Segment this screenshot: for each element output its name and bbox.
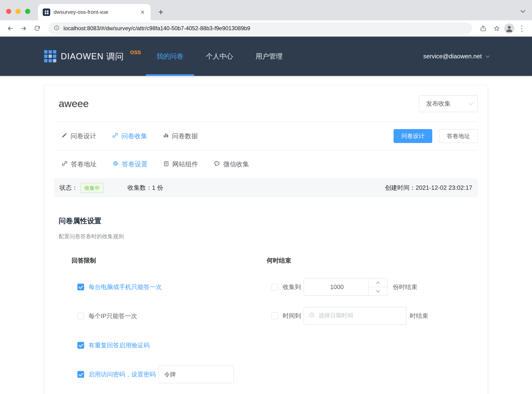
- header-nav-user-management[interactable]: 用户管理: [244, 36, 294, 76]
- publish-collect-label: 发布收集: [426, 99, 451, 108]
- stepper-up-button[interactable]: [369, 279, 387, 287]
- end-rules-column: 何时结束 收集到 份时结束: [267, 256, 488, 383]
- checkbox[interactable]: [77, 342, 84, 348]
- browser-menu-icon[interactable]: ⋮: [516, 22, 528, 34]
- checkbox[interactable]: [77, 284, 84, 290]
- link-icon: [61, 160, 68, 168]
- checkbox[interactable]: [77, 371, 84, 378]
- answer-url-button[interactable]: 答卷地址: [439, 129, 478, 143]
- password-input[interactable]: [158, 366, 234, 383]
- header-nav-personal-center[interactable]: 个人中心: [195, 36, 244, 76]
- datetime-picker[interactable]: [304, 307, 406, 324]
- chevron-down-icon: [486, 54, 489, 58]
- created-time: 创建时间：2021-12-02 23:02:17: [385, 184, 472, 192]
- option-captcha-on-repeat: 有重复回答启用验证码: [72, 338, 267, 352]
- survey-status-bar: 状态： 收集中 收集数：1 份 创建时间：2021-12-02 23:02:17: [54, 178, 478, 197]
- number-stepper: [368, 279, 387, 296]
- tab-site-widget[interactable]: 网站组件: [163, 160, 198, 169]
- address-bar[interactable]: localhost:8083/#/dw/survey/c/attr/c98fa1…: [48, 22, 472, 34]
- settings-subheading: 配置问卷答卷时的收集规则: [59, 233, 487, 240]
- secondary-tab-row: 答卷地址 答卷设置 网站组件: [44, 150, 487, 178]
- back-button[interactable]: [4, 22, 16, 34]
- collect-count-value: 1 份: [152, 184, 163, 191]
- brand-name: DIAOWEN 调问: [61, 51, 124, 62]
- option-one-answer-per-device: 每台电脑或手机只能答一次: [72, 280, 267, 294]
- option-label[interactable]: 每台电脑或手机只能答一次: [89, 283, 162, 291]
- browser-toolbar: localhost:8083/#/dw/survey/c/attr/c98fa1…: [0, 20, 532, 36]
- datetime-input[interactable]: [318, 312, 401, 320]
- share-icon[interactable]: [477, 22, 489, 34]
- count-number-input: [304, 278, 388, 296]
- zoom-window-button[interactable]: [25, 9, 30, 14]
- count-value-input[interactable]: [304, 283, 370, 291]
- reload-button[interactable]: [31, 22, 43, 34]
- window-controls: [6, 9, 30, 14]
- end-rule-suffix: 份时结束: [393, 283, 417, 291]
- browser-profile-avatar[interactable]: [504, 23, 514, 33]
- tab-answer-settings[interactable]: 答卷设置: [112, 160, 148, 169]
- browser-tab-strip: dwsurvey-oss-front-vue × +: [0, 0, 532, 20]
- clipboard-icon: [163, 161, 169, 168]
- tab-label: 答卷设置: [122, 160, 148, 169]
- collect-count: 收集数：1 份: [128, 184, 163, 192]
- tab-label: 问卷设计: [71, 132, 96, 140]
- end-rule-by-count: 收集到 份时结束: [267, 278, 488, 296]
- forward-button[interactable]: [18, 22, 30, 34]
- tab-close-icon[interactable]: ×: [139, 8, 146, 16]
- pencil-icon: [61, 132, 68, 140]
- tab-survey-design[interactable]: 问卷设计: [61, 132, 96, 140]
- minimize-window-button[interactable]: [16, 9, 21, 14]
- site-info-icon[interactable]: [54, 25, 60, 32]
- checkbox[interactable]: [271, 284, 278, 290]
- app-logo: DIAOWEN 调问 OSS: [44, 36, 141, 76]
- header-nav: 我的问卷 个人中心 用户管理: [145, 36, 294, 76]
- url-text: localhost:8083/#/dw/survey/c/attr/c98fa1…: [63, 25, 250, 31]
- survey-card: aweee 发布收集 问卷设计 问卷收集: [44, 85, 488, 394]
- survey-title: aweee: [59, 98, 89, 109]
- clock-icon: [309, 312, 315, 320]
- tab-label: 问卷收集: [122, 132, 147, 140]
- bar-chart-icon: [163, 132, 169, 140]
- survey-title-row: aweee 发布收集: [44, 85, 487, 122]
- stepper-down-button[interactable]: [369, 287, 387, 296]
- tab-answer-url[interactable]: 答卷地址: [61, 160, 97, 169]
- checkbox[interactable]: [271, 312, 278, 319]
- tab-label: 问卷数据: [172, 132, 198, 140]
- settings-form: 回答限制 每台电脑或手机只能答一次 每个IP只能答一次 有重复回答启用验证码: [44, 256, 487, 383]
- account-menu[interactable]: service@diaowen.net: [423, 36, 489, 76]
- tab-survey-collect[interactable]: 问卷收集: [112, 132, 147, 140]
- option-label[interactable]: 启用访问密码，设置密码: [89, 370, 156, 378]
- browser-window: dwsurvey-oss-front-vue × + localhost:808…: [0, 0, 532, 394]
- end-rule-label[interactable]: 收集到: [283, 283, 301, 291]
- option-label[interactable]: 有重复回答启用验证码: [89, 341, 150, 349]
- end-rule-suffix: 时结束: [410, 312, 428, 320]
- tab-survey-data[interactable]: 问卷数据: [163, 132, 198, 140]
- option-label[interactable]: 每个IP只能答一次: [89, 312, 137, 320]
- tab-wechat-collect[interactable]: 微信收集: [214, 160, 249, 169]
- link-icon: [112, 132, 118, 140]
- browser-tab[interactable]: dwsurvey-oss-front-vue ×: [38, 4, 151, 20]
- end-rule-label[interactable]: 时间到: [283, 312, 301, 320]
- answer-limits-column: 回答限制 每台电脑或手机只能答一次 每个IP只能答一次 有重复回答启用验证码: [72, 256, 267, 383]
- header-nav-my-surveys[interactable]: 我的问卷: [145, 36, 195, 76]
- bookmark-star-icon[interactable]: [491, 22, 503, 34]
- status-badge: 收集中: [80, 183, 104, 192]
- status-label: 状态：: [59, 184, 78, 192]
- chevron-down-icon: [469, 101, 473, 105]
- created-time-label: 创建时间：: [385, 184, 415, 191]
- publish-collect-dropdown[interactable]: 发布收集: [419, 95, 478, 112]
- tab-list-chevron-icon[interactable]: [521, 7, 525, 14]
- tab-label: 微信收集: [223, 160, 249, 169]
- gear-icon: [112, 160, 119, 168]
- close-window-button[interactable]: [6, 9, 11, 14]
- end-rule-by-time: 时间到 时结束: [267, 307, 488, 324]
- survey-design-button[interactable]: 问卷设计: [394, 129, 432, 143]
- app-header: DIAOWEN 调问 OSS 我的问卷 个人中心 用户管理 service@di…: [0, 36, 532, 76]
- new-tab-button[interactable]: +: [155, 6, 167, 18]
- tab-title: dwsurvey-oss-front-vue: [54, 9, 136, 15]
- checkbox[interactable]: [77, 313, 84, 320]
- tab-label: 答卷地址: [71, 160, 97, 169]
- answer-limits-title: 回答限制: [72, 256, 267, 265]
- tab-label: 网站组件: [172, 160, 198, 169]
- primary-tab-row: 问卷设计 问卷收集 问卷数据 问卷设计 答卷地址: [44, 122, 487, 150]
